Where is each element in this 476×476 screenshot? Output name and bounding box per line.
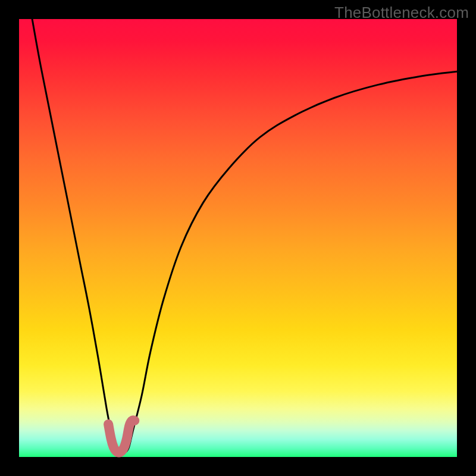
bottleneck-curve	[32, 19, 457, 453]
chart-frame: TheBottleneck.com	[0, 0, 476, 476]
highlight-segment	[108, 420, 134, 452]
curve-layer	[19, 19, 457, 457]
